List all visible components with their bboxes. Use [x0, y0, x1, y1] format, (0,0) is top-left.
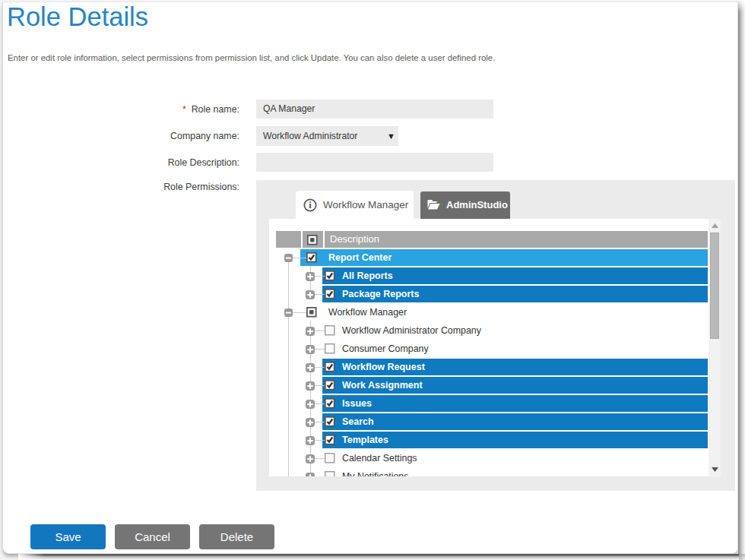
- svg-text:i: i: [309, 200, 312, 210]
